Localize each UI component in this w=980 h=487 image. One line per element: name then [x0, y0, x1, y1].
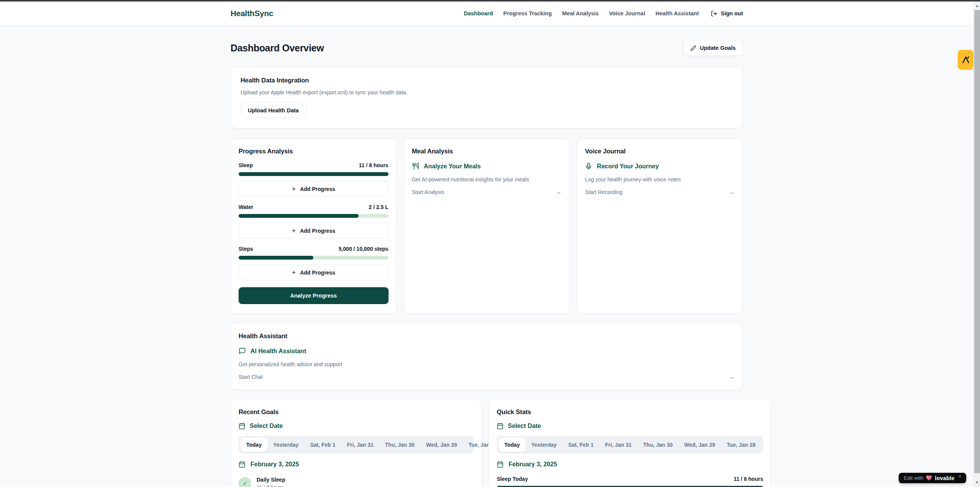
integration-title: Health Data Integration: [240, 77, 733, 84]
quick-stats-select-date[interactable]: Select Date: [497, 423, 763, 429]
date-tab-fri-jan-31[interactable]: Fri, Jan 31: [341, 438, 379, 452]
calendar-icon: [239, 423, 245, 429]
edit-with-lovable-badge[interactable]: Edit with lovable ×: [899, 473, 966, 483]
date-tab-wed-jan-29[interactable]: Wed, Jan 29: [420, 438, 463, 452]
analyze-your-meals-link[interactable]: Analyze Your Meals: [412, 163, 562, 170]
date-tab-sat-feb-1[interactable]: Sat, Feb 1: [562, 438, 599, 452]
select-date-label: Select Date: [508, 423, 541, 429]
progress-bar: [239, 256, 389, 260]
date-tab-sat-feb-1[interactable]: Sat, Feb 1: [304, 438, 341, 452]
recent-goals-select-date[interactable]: Select Date: [239, 423, 474, 429]
ai-health-assistant-label: AI Health Assistant: [250, 348, 306, 355]
close-icon[interactable]: ×: [959, 474, 961, 479]
microphone-icon: [585, 163, 592, 170]
stylized-a-logo-icon: [962, 56, 970, 64]
sign-out-label: Sign out: [721, 10, 743, 16]
date-tab-yesterday[interactable]: Yesterday: [525, 438, 562, 452]
date-tab-thu-jan-30[interactable]: Thu, Jan 30: [637, 438, 679, 452]
update-goals-label: Update Goals: [700, 45, 736, 51]
health-assistant-title: Health Assistant: [239, 332, 735, 340]
update-goals-button[interactable]: Update Goals: [683, 40, 743, 56]
scroll-down-arrow-icon[interactable]: ▼: [974, 479, 980, 485]
integration-description: Upload your Apple Health export (export.…: [240, 89, 733, 95]
goal-name: Daily Sleep: [257, 477, 285, 483]
quick-stats-date-tabs: TodayYesterdaySat, Feb 1Fri, Jan 31Thu, …: [497, 436, 763, 454]
recent-goals-title: Recent Goals: [239, 408, 474, 416]
pencil-icon: [690, 45, 696, 51]
progress-bar-fill: [239, 256, 313, 260]
page-scrollbar[interactable]: ▲ ▼: [973, 2, 980, 487]
nav-item-progress-tracking[interactable]: Progress Tracking: [503, 10, 552, 16]
start-analysis-action[interactable]: Start Analysis →: [412, 189, 562, 196]
calendar-icon: [497, 461, 504, 468]
select-date-label: Select Date: [250, 423, 283, 429]
current-date-label: February 3, 2025: [250, 461, 299, 468]
health-assistant-card: Health Assistant AI Health Assistant Get…: [231, 323, 743, 390]
scrollbar-thumb[interactable]: [974, 10, 980, 473]
plus-icon: +: [292, 269, 296, 276]
calendar-icon: [497, 423, 504, 429]
browser-top-strip: [0, 0, 980, 2]
health-data-integration-card: Health Data Integration Upload your Appl…: [231, 67, 743, 128]
scroll-up-arrow-icon[interactable]: ▲: [974, 2, 980, 9]
arrow-right-icon: →: [555, 189, 562, 196]
add-progress-label: Add Progress: [300, 228, 335, 234]
start-recording-label: Start Recording: [585, 189, 622, 195]
main-nav: DashboardProgress TrackingMeal AnalysisV…: [464, 10, 743, 17]
nav-item-voice-journal[interactable]: Voice Journal: [609, 10, 645, 16]
ai-health-assistant-link[interactable]: AI Health Assistant: [239, 347, 735, 355]
chat-bubble-icon: [239, 347, 246, 355]
nav-item-health-assistant[interactable]: Health Assistant: [656, 10, 699, 16]
add-progress-button[interactable]: +Add Progress: [239, 265, 389, 280]
nav-item-meal-analysis[interactable]: Meal Analysis: [562, 10, 599, 16]
metric-value: 5,000 / 10,000 steps: [339, 246, 389, 252]
add-progress-label: Add Progress: [300, 270, 335, 276]
date-tab-wed-jan-29[interactable]: Wed, Jan 29: [679, 438, 721, 452]
arrow-right-icon: →: [729, 373, 735, 380]
add-progress-button[interactable]: +Add Progress: [239, 223, 389, 239]
date-tab-tue-jan-28[interactable]: Tue, Jan 28: [721, 438, 761, 452]
recent-goals-list: ✓Daily Sleep11 / 8 hours: [239, 477, 474, 487]
current-date-label: February 3, 2025: [509, 461, 557, 468]
analyze-progress-button[interactable]: Analyze Progress: [239, 287, 389, 304]
date-tab-yesterday[interactable]: Yesterday: [267, 438, 304, 452]
progress-bar: [239, 172, 389, 176]
goal-completed-check-icon: ✓: [239, 477, 251, 487]
start-chat-action[interactable]: Start Chat →: [239, 373, 735, 380]
health-assistant-description: Get personalized health advice and suppo…: [239, 361, 735, 367]
meal-analysis-card: Meal Analysis Analyze Your Meals Get AI-…: [404, 138, 570, 314]
add-progress-button[interactable]: +Add Progress: [239, 181, 389, 197]
dev-tool-badge[interactable]: [958, 50, 973, 70]
meal-analysis-description: Get AI-powered nutritional insights for …: [412, 176, 562, 183]
metric-value: 11 / 8 hours: [359, 162, 389, 168]
recent-goals-date-tabs: TodayYesterdaySat, Feb 1Fri, Jan 31Thu, …: [239, 436, 474, 454]
voice-journal-title: Voice Journal: [585, 148, 735, 155]
record-your-journey-link[interactable]: Record Your Journey: [585, 163, 735, 170]
date-tab-thu-jan-30[interactable]: Thu, Jan 30: [379, 438, 420, 452]
analyze-your-meals-label: Analyze Your Meals: [424, 163, 481, 170]
upload-health-data-button[interactable]: Upload Health Data: [240, 102, 306, 118]
start-analysis-label: Start Analysis: [412, 189, 445, 195]
recent-goals-card: Recent Goals Select Date TodayYesterdayS…: [231, 399, 482, 487]
arrow-right-icon: →: [729, 189, 735, 196]
plus-icon: +: [292, 186, 296, 192]
quick-stats-title: Quick Stats: [497, 408, 763, 416]
sign-out-button[interactable]: Sign out: [711, 10, 743, 17]
lovable-heart-icon: [926, 475, 932, 481]
brand-logo: HealthSync: [231, 9, 273, 18]
quick-stats-card: Quick Stats Select Date TodayYesterdaySa…: [489, 399, 771, 487]
start-recording-action[interactable]: Start Recording →: [585, 189, 735, 196]
date-tab-today[interactable]: Today: [499, 438, 525, 452]
progress-metric: Steps5,000 / 10,000 steps+Add Progress: [239, 246, 389, 280]
progress-analysis-card: Progress Analysis Sleep11 / 8 hours+Add …: [231, 138, 397, 314]
add-progress-label: Add Progress: [300, 186, 335, 192]
quick-stats-current-date[interactable]: February 3, 2025: [497, 461, 763, 468]
metric-value: 2 / 2.5 L: [369, 204, 388, 210]
sleep-today-value: 11 / 8 hours: [734, 476, 763, 482]
date-tab-fri-jan-31[interactable]: Fri, Jan 31: [600, 438, 637, 452]
nav-item-dashboard[interactable]: Dashboard: [464, 10, 493, 16]
progress-metric: Sleep11 / 8 hours+Add Progress: [239, 162, 389, 197]
date-tab-today[interactable]: Today: [240, 438, 267, 452]
recent-goals-current-date[interactable]: February 3, 2025: [239, 461, 474, 468]
record-your-journey-label: Record Your Journey: [597, 163, 659, 170]
